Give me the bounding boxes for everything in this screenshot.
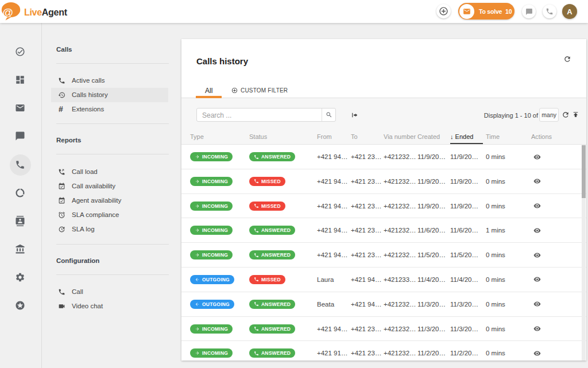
svg-text:@: @ xyxy=(2,6,13,18)
